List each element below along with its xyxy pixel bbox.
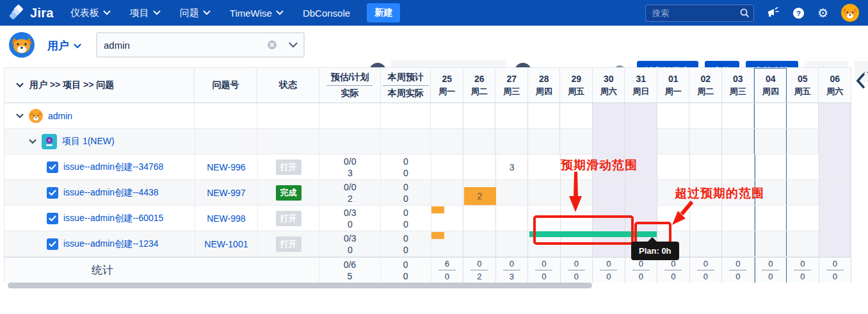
gantt-day-cell[interactable] (722, 154, 755, 179)
gantt-day-cell[interactable] (496, 206, 529, 231)
gantt-day-cell[interactable] (819, 206, 852, 231)
nav-menu-item[interactable]: TimeWise (230, 8, 284, 19)
gantt-day-cell[interactable] (689, 103, 722, 128)
stats-day-cell: 00 (593, 258, 625, 283)
gantt-day-cell[interactable] (819, 103, 851, 128)
help-icon[interactable]: ? (792, 7, 805, 19)
user-mode-dropdown[interactable]: 用户 (47, 38, 81, 53)
gantt-day-cell[interactable] (690, 231, 723, 256)
gantt-day-cell[interactable] (496, 180, 529, 205)
gantt-day-cell[interactable] (755, 206, 787, 231)
nav-menu-item[interactable]: DbConsole (303, 8, 350, 19)
gantt-day-cell[interactable] (528, 129, 561, 154)
gantt-day-cell[interactable] (819, 129, 851, 154)
gantt-day-cell[interactable] (528, 154, 561, 179)
gantt-day-cell[interactable] (657, 154, 690, 179)
gantt-day-cell[interactable] (819, 154, 852, 179)
collapse-all-chevron-icon[interactable] (16, 83, 24, 88)
tree-item-label[interactable]: admin (48, 111, 72, 121)
megaphone-icon[interactable] (767, 7, 780, 19)
clear-icon[interactable] (261, 40, 283, 50)
user-avatar[interactable] (841, 4, 859, 22)
filter-user-avatar[interactable] (9, 32, 35, 58)
tree-item-label[interactable]: issue--admin创建--1234 (63, 238, 159, 250)
gantt-day-cell[interactable] (625, 180, 658, 205)
user-filter-input[interactable] (97, 40, 261, 51)
stats-day-cell: 00 (561, 258, 593, 283)
gantt-day-cell[interactable] (657, 129, 690, 154)
tree-item-label[interactable]: issue--admin创建--34768 (63, 161, 163, 173)
gantt-orange-bar[interactable] (431, 206, 444, 213)
nav-menu-item[interactable]: 项目 (130, 7, 161, 19)
gantt-day-cell[interactable] (431, 154, 464, 179)
gantt-day-cell[interactable] (463, 206, 496, 231)
gantt-plan-number[interactable]: 3 (496, 154, 529, 179)
gantt-day-cell[interactable] (431, 103, 463, 128)
tree-item-label[interactable]: issue--admin创建--4438 (63, 187, 159, 199)
gantt-day-cell[interactable] (787, 154, 819, 179)
gantt-day-cell[interactable] (690, 154, 723, 179)
issue-key[interactable]: NEW-997 (195, 180, 258, 205)
expand-chevron-icon[interactable] (29, 139, 36, 144)
gear-icon[interactable]: ⚙ (817, 7, 828, 19)
gantt-day-cell[interactable] (431, 129, 463, 154)
issue-checkbox[interactable] (47, 238, 58, 250)
issue-checkbox[interactable] (47, 213, 58, 224)
gantt-day-cell[interactable] (431, 180, 464, 205)
gantt-day-cell[interactable] (463, 231, 496, 256)
gantt-day-cell[interactable] (755, 231, 787, 256)
gantt-day-cell[interactable] (787, 103, 819, 128)
gantt-day-cell[interactable] (495, 103, 528, 128)
gantt-day-cell[interactable] (787, 129, 819, 154)
gantt-day-cell[interactable] (593, 103, 625, 128)
tree-item-label[interactable]: 项目 1(NEW) (62, 136, 115, 147)
search-icon[interactable] (739, 8, 750, 18)
gantt-day-cell[interactable] (787, 180, 819, 205)
gantt-day-cell[interactable] (593, 180, 625, 205)
gantt-day-cell[interactable] (755, 154, 787, 179)
gantt-day-cell[interactable] (754, 129, 787, 154)
gantt-day-cell[interactable] (528, 103, 561, 128)
gantt-day-cell[interactable] (689, 129, 722, 154)
create-button[interactable]: 新建 (367, 3, 400, 22)
panel-collapse-chevron-icon[interactable] (855, 72, 865, 89)
gantt-day-cell[interactable] (496, 231, 529, 256)
gantt-day-cell[interactable] (495, 129, 528, 154)
gantt-day-cell[interactable] (722, 103, 755, 128)
gantt-day-cell[interactable] (819, 180, 852, 205)
gantt-day-cell[interactable] (463, 129, 496, 154)
gantt-day-cell[interactable] (722, 129, 755, 154)
expand-chevron-icon[interactable] (16, 113, 24, 119)
issue-checkbox[interactable] (47, 161, 58, 173)
issue-checkbox[interactable] (47, 187, 58, 199)
issue-key[interactable]: NEW-996 (195, 154, 258, 179)
gantt-day-cell[interactable] (560, 129, 593, 154)
issue-key[interactable]: NEW-1001 (195, 231, 258, 256)
gantt-day-cell[interactable] (787, 231, 819, 256)
gantt-plan-block[interactable]: 2 (464, 187, 496, 205)
gantt-day-cell[interactable] (819, 231, 852, 256)
nav-menu-item[interactable]: 问题 (180, 7, 211, 19)
gantt-day-cell[interactable] (463, 154, 496, 179)
gantt-day-cell[interactable] (593, 129, 625, 154)
gantt-day-cell[interactable] (722, 231, 755, 256)
gantt-day-cell[interactable] (625, 129, 657, 154)
gantt-day-cell[interactable] (754, 103, 787, 128)
gantt-day-cell[interactable] (787, 206, 819, 231)
tree-cell: issue--admin创建--60015 (4, 206, 195, 231)
tree-item-label[interactable]: issue--admin创建--60015 (63, 213, 163, 224)
jira-logo[interactable]: Jira (9, 4, 54, 21)
gantt-day-cell[interactable] (560, 103, 593, 128)
dropdown-chevron-icon[interactable] (283, 42, 303, 48)
gantt-day-cell[interactable] (657, 103, 690, 128)
gantt-day-cell[interactable] (463, 103, 496, 128)
search-input[interactable] (645, 4, 754, 22)
issue-key[interactable]: NEW-998 (195, 206, 258, 231)
horizontal-scrollbar[interactable] (8, 283, 592, 288)
gantt-day-cell[interactable] (528, 180, 561, 205)
gantt-day-cell[interactable] (722, 206, 755, 231)
stats-day-cell: 60 (431, 258, 464, 283)
nav-menu-item[interactable]: 仪表板 (70, 7, 111, 19)
gantt-day-cell[interactable] (625, 103, 657, 128)
gantt-orange-bar[interactable] (431, 232, 444, 239)
